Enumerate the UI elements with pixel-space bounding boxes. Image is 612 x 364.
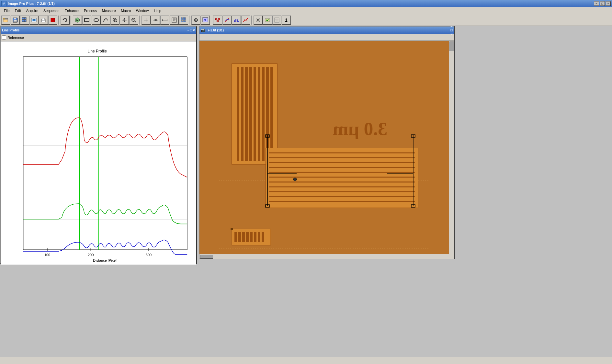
snap-button[interactable] — [201, 16, 210, 25]
image-titlebar[interactable]: 📷 7-2.tif (1/1) − □ × — [199, 27, 454, 34]
svg-rect-50 — [183, 21, 184, 22]
menu-window[interactable]: Window — [133, 8, 151, 13]
svg-rect-101 — [254, 67, 256, 161]
undo-button[interactable] — [61, 16, 70, 25]
menu-macro[interactable]: Macro — [119, 8, 134, 13]
menu-edit[interactable]: Edit — [12, 8, 24, 13]
menu-enhance[interactable]: Enhance — [62, 8, 81, 13]
menu-measure[interactable]: Measure — [99, 8, 119, 13]
svg-rect-132 — [246, 232, 249, 242]
svg-point-26 — [123, 19, 125, 21]
macro-button[interactable] — [263, 16, 272, 25]
minimize-button[interactable]: − — [594, 1, 599, 6]
stop-button[interactable] — [48, 16, 57, 25]
line-profile-titlebar[interactable]: Line Profile − □ × — [1, 27, 196, 34]
reference-checkbox[interactable] — [2, 35, 6, 40]
svg-point-58 — [215, 18, 217, 20]
lp-maximize[interactable]: □ — [190, 28, 192, 32]
micro-svg: 3.0 μm — [199, 41, 449, 254]
svg-rect-105 — [270, 67, 273, 161]
horizontal-scrollbar[interactable] — [199, 254, 449, 259]
grid-button[interactable] — [20, 16, 29, 25]
menu-file[interactable]: File — [1, 8, 12, 13]
svg-rect-102 — [258, 67, 260, 161]
svg-marker-17 — [62, 19, 64, 20]
ellipse-tool[interactable] — [92, 16, 101, 25]
svg-rect-65 — [237, 19, 238, 22]
save-button[interactable] — [11, 16, 20, 25]
svg-point-21 — [94, 18, 98, 22]
close-button[interactable]: × — [606, 1, 611, 6]
svg-rect-136 — [262, 232, 264, 242]
svg-rect-47 — [183, 19, 184, 20]
svg-rect-44 — [183, 17, 184, 19]
calibration-button[interactable] — [151, 16, 160, 25]
histogram-button[interactable] — [232, 16, 241, 25]
svg-point-123 — [293, 178, 297, 181]
menu-process[interactable]: Process — [81, 8, 99, 13]
lp-close[interactable]: × — [193, 28, 195, 32]
rect-tool[interactable] — [82, 16, 91, 25]
img-win-controls: − □ × — [450, 24, 453, 36]
svg-rect-8 — [22, 20, 24, 22]
freehand-tool[interactable] — [101, 16, 110, 25]
vertical-scrollbar[interactable] — [449, 41, 454, 254]
svg-rect-39 — [172, 18, 176, 22]
svg-rect-129 — [234, 232, 237, 242]
settings-button[interactable] — [254, 16, 263, 25]
microscope-image: 3.0 μm — [199, 41, 449, 254]
measure-button[interactable] — [160, 16, 169, 25]
menu-acquire[interactable]: Acquire — [24, 8, 41, 13]
image-window-title: 7-2.tif (1/1) — [208, 28, 450, 32]
toolbar-sep-4 — [189, 16, 190, 25]
print-button[interactable] — [39, 16, 48, 25]
menu-help[interactable]: Help — [151, 8, 164, 13]
app-title: Image-Pro Plus - 7-2.tif (1/1) — [8, 2, 594, 6]
num1-button[interactable]: 1 — [282, 16, 291, 25]
pan-button[interactable] — [120, 16, 129, 25]
svg-rect-130 — [238, 232, 241, 242]
svg-rect-107 — [266, 148, 418, 208]
img-close[interactable]: × — [450, 32, 453, 36]
maximize-button[interactable]: □ — [600, 1, 605, 6]
toolbar-sep-2 — [71, 16, 72, 25]
app-icon: IP — [1, 1, 6, 6]
img-maximize[interactable]: □ — [450, 28, 453, 32]
draw-button[interactable] — [170, 16, 179, 25]
img-minimize[interactable]: − — [450, 24, 453, 28]
svg-point-12 — [33, 19, 35, 21]
svg-text:300: 300 — [146, 253, 152, 257]
status-bar — [0, 357, 612, 364]
grid3-button[interactable] — [179, 16, 188, 25]
neural-button[interactable]: N — [73, 16, 82, 25]
svg-text:100: 100 — [44, 253, 50, 257]
svg-point-57 — [204, 19, 206, 21]
svg-rect-133 — [250, 232, 253, 242]
chart-area: Line Profile — [1, 41, 196, 265]
svg-rect-49 — [181, 21, 182, 22]
toolbar-sep-6 — [251, 16, 253, 25]
svg-rect-51 — [184, 21, 186, 22]
scroll-corner — [449, 254, 454, 259]
line-profile-button[interactable] — [142, 16, 151, 25]
svg-rect-5 — [14, 20, 17, 22]
add-point-button[interactable] — [191, 16, 200, 25]
svg-rect-4 — [14, 18, 16, 19]
open-button[interactable] — [1, 16, 10, 25]
capture-button[interactable] — [29, 16, 39, 25]
intensity-button[interactable] — [222, 16, 232, 25]
zoom-in-button[interactable] — [110, 16, 119, 25]
lp-minimize[interactable]: − — [187, 28, 189, 32]
svg-rect-14 — [42, 18, 45, 20]
count-button[interactable] — [213, 16, 222, 25]
svg-line-23 — [116, 21, 117, 22]
filter-button[interactable] — [272, 16, 281, 25]
chart-button[interactable] — [241, 16, 250, 25]
svg-rect-16 — [51, 18, 55, 22]
menu-sequence[interactable]: Sequence — [41, 8, 62, 13]
line-profile-window-title: Line Profile — [2, 28, 187, 32]
svg-rect-48 — [184, 19, 186, 20]
zoom-out-button[interactable] — [129, 16, 138, 25]
app-titlebar: IP Image-Pro Plus - 7-2.tif (1/1) − □ × — [0, 0, 612, 7]
svg-rect-6 — [22, 17, 24, 19]
